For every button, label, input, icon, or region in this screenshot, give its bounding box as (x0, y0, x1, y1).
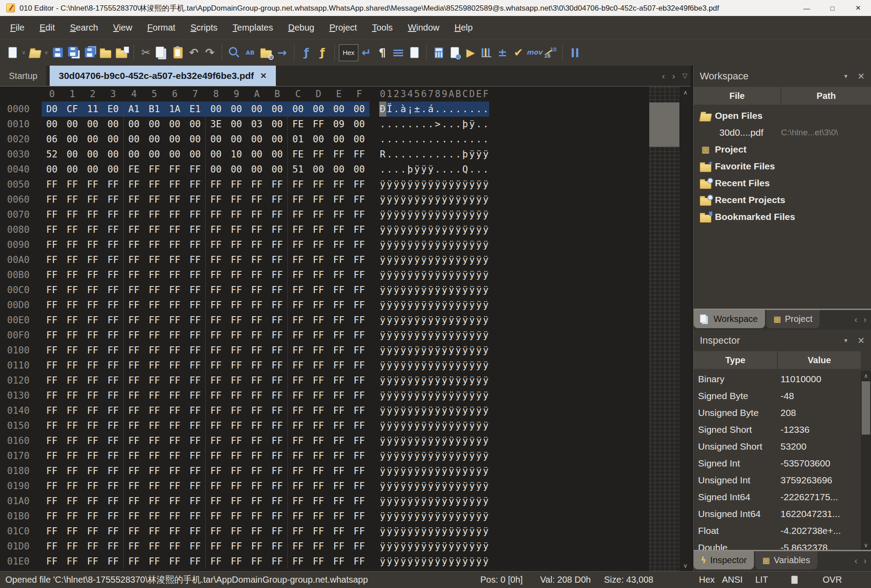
hex-ascii-char[interactable]: ÿ (379, 509, 386, 524)
hex-vertical-scrollbar[interactable]: ∧ ∨ (680, 86, 691, 571)
hex-ascii-char[interactable]: ÿ (441, 418, 448, 433)
hex-ascii-char[interactable]: . (428, 132, 435, 147)
hex-ascii-char[interactable]: ÿ (420, 524, 428, 539)
hex-ascii-char[interactable]: ÿ (434, 252, 441, 267)
hex-ascii-char[interactable]: ÿ (420, 358, 428, 373)
hex-ascii-char[interactable]: ÿ (475, 313, 483, 328)
hex-ascii-char[interactable]: . (448, 132, 455, 147)
hex-byte[interactable]: FF (62, 554, 82, 569)
hex-byte[interactable]: FF (185, 448, 205, 463)
hex-ascii-char[interactable]: ÿ (434, 298, 441, 313)
hex-byte[interactable]: FF (349, 433, 369, 448)
open-file-caret-button[interactable]: ∨ (43, 43, 50, 63)
hex-byte[interactable]: FF (308, 403, 329, 418)
replace-button[interactable]: AB (242, 43, 258, 63)
hex-byte[interactable]: FF (62, 328, 82, 343)
hex-byte[interactable]: FF (226, 192, 247, 207)
hex-ascii-char[interactable]: ÿ (462, 524, 469, 539)
workspace-menu-icon[interactable]: ▼ (843, 73, 848, 79)
hex-ascii-char[interactable]: ÿ (462, 539, 469, 554)
hex-ascii-char[interactable]: . (428, 117, 435, 132)
hex-ascii-char[interactable]: ÿ (475, 267, 483, 282)
hex-ascii-char[interactable]: ÿ (393, 509, 400, 524)
hex-ascii-char[interactable]: ÿ (400, 388, 407, 403)
hex-byte[interactable]: FF (124, 252, 144, 267)
hex-ascii-char[interactable]: ÿ (379, 478, 386, 494)
hex-byte[interactable]: D0 (42, 102, 62, 117)
inspector-value[interactable]: 3759263696 (781, 475, 832, 486)
hex-ascii-char[interactable]: ÿ (448, 388, 455, 403)
hex-ascii-char[interactable]: ÿ (434, 343, 441, 358)
hex-ascii-char[interactable]: . (379, 117, 386, 132)
hex-ascii-char[interactable]: ÿ (386, 433, 393, 448)
hex-ascii-char[interactable]: ÿ (393, 554, 400, 569)
hex-ascii-char[interactable]: ÿ (407, 403, 414, 418)
hex-ascii-char[interactable]: ÿ (475, 358, 483, 373)
hex-byte[interactable]: 00 (349, 132, 369, 147)
panel-tab-project[interactable]: ▦Project (766, 310, 820, 328)
hex-ascii-char[interactable]: ÿ (448, 252, 455, 267)
hex-ascii-char[interactable]: ÿ (475, 282, 483, 298)
hex-ascii-char[interactable]: ÿ (475, 222, 483, 237)
hex-byte[interactable]: FF (144, 162, 165, 177)
hex-ascii-char[interactable]: ÿ (455, 448, 462, 463)
workspace-close-icon[interactable]: ✕ (857, 71, 865, 82)
hex-byte[interactable]: 3E (206, 117, 226, 132)
hex-ascii-char[interactable]: ÿ (428, 539, 435, 554)
hex-ascii-char[interactable]: ÿ (379, 433, 386, 448)
hex-byte[interactable]: FF (247, 237, 267, 252)
panel-tab-right-icon[interactable]: › (863, 314, 867, 325)
hex-byte[interactable]: FF (62, 237, 82, 252)
tree-item-project[interactable]: ▦Project (694, 141, 871, 158)
hex-ascii-char[interactable]: ÿ (462, 373, 469, 388)
hex-byte[interactable]: FF (124, 478, 144, 494)
hex-byte[interactable]: FF (206, 343, 226, 358)
hex-ascii-char[interactable]: ÿ (400, 358, 407, 373)
hex-byte[interactable]: FF (226, 358, 247, 373)
hex-ascii-char[interactable]: ÿ (469, 388, 476, 403)
hex-byte[interactable]: FF (329, 433, 349, 448)
hex-ascii-char[interactable]: ÿ (455, 478, 462, 494)
hex-ascii-char[interactable]: ÿ (428, 328, 435, 343)
hex-byte[interactable]: FF (124, 358, 144, 373)
hex-ascii-char[interactable]: Ï (386, 102, 393, 117)
hex-ascii-char[interactable]: ÿ (379, 328, 386, 343)
hex-ascii-char[interactable]: ÿ (441, 403, 448, 418)
hex-ascii-char[interactable]: . (434, 132, 441, 147)
hex-byte[interactable]: FF (247, 298, 267, 313)
hex-ascii-char[interactable]: ÿ (455, 494, 462, 509)
hex-byte[interactable]: 00 (103, 132, 123, 147)
hex-byte[interactable]: FF (42, 267, 62, 282)
hex-ascii-char[interactable]: ÿ (420, 463, 428, 478)
hex-byte[interactable]: FF (165, 192, 185, 207)
hex-byte[interactable]: FF (62, 313, 82, 328)
hex-ascii-char[interactable]: ÿ (475, 403, 483, 418)
hex-ascii-char[interactable]: ÿ (469, 524, 476, 539)
hex-ascii-char[interactable]: . (407, 147, 414, 162)
hex-ascii-char[interactable]: ÿ (469, 282, 476, 298)
hex-byte[interactable]: FF (226, 298, 247, 313)
menu-help[interactable]: Help (447, 23, 480, 33)
hex-ascii-char[interactable]: ÿ (475, 192, 483, 207)
hex-byte[interactable]: FF (206, 313, 226, 328)
hex-ascii-char[interactable]: ÿ (407, 267, 414, 282)
hex-ascii-char[interactable]: ÿ (393, 403, 400, 418)
hex-ascii-char[interactable]: ÿ (462, 463, 469, 478)
hex-ascii-char[interactable]: ÿ (393, 298, 400, 313)
hex-byte[interactable]: FF (308, 207, 329, 222)
hex-ascii-char[interactable]: ÿ (393, 524, 400, 539)
hex-byte[interactable]: FF (288, 524, 308, 539)
hex-ascii-char[interactable]: ÿ (414, 313, 421, 328)
hex-ascii-char[interactable]: ÿ (428, 524, 435, 539)
hex-ascii-char[interactable]: . (420, 132, 428, 147)
hex-ascii-char[interactable]: . (386, 132, 393, 147)
hex-ascii-char[interactable]: ÿ (407, 358, 414, 373)
hex-byte[interactable]: FF (165, 373, 185, 388)
hex-ascii-char[interactable]: ÿ (469, 222, 476, 237)
hex-byte[interactable]: FF (124, 282, 144, 298)
hex-ascii-char[interactable]: ÿ (379, 373, 386, 388)
hex-byte[interactable]: FF (185, 162, 205, 177)
hex-ascii-char[interactable]: ÿ (469, 328, 476, 343)
hex-ascii-char[interactable]: . (414, 147, 421, 162)
hex-ascii-char[interactable]: ÿ (420, 373, 428, 388)
